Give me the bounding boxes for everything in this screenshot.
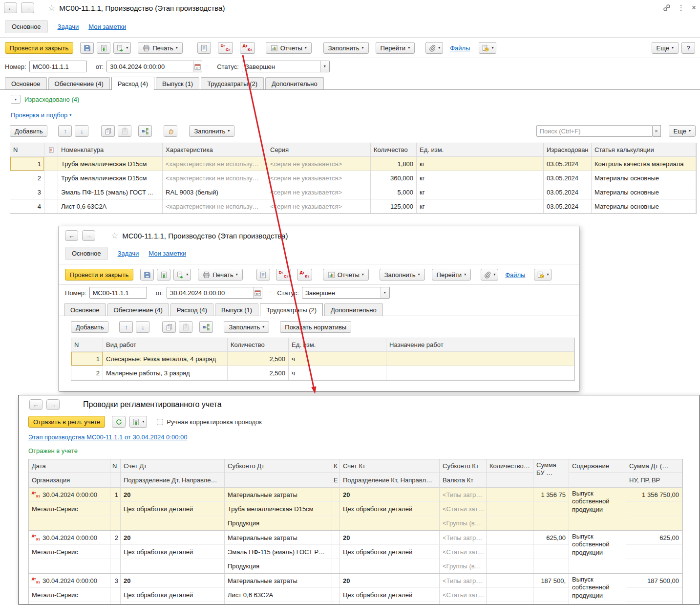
calendar-icon[interactable] bbox=[253, 287, 261, 298]
tab-provision[interactable]: Обеспечение (4) bbox=[107, 303, 169, 316]
create-based-button[interactable]: ▾ bbox=[173, 269, 191, 281]
post-and-close-button[interactable]: Провести и закрыть bbox=[65, 269, 133, 281]
dr-cr-button[interactable]: DrCr bbox=[276, 269, 291, 281]
attachments-button[interactable]: ▾ bbox=[481, 269, 498, 281]
structure-button[interactable] bbox=[199, 321, 213, 333]
add-row-button[interactable]: Добавить bbox=[10, 125, 47, 137]
calendar-icon[interactable] bbox=[193, 61, 201, 72]
collapse-section-icon[interactable]: ▾ bbox=[11, 95, 21, 104]
fill-table-button[interactable]: Заполнить▾ bbox=[189, 125, 234, 137]
nav-link-tasks[interactable]: Задачи bbox=[118, 250, 139, 257]
history-button[interactable]: ▾ bbox=[479, 42, 496, 54]
status-dropdown-icon[interactable]: ▾ bbox=[320, 61, 329, 72]
save-button[interactable] bbox=[140, 269, 154, 281]
files-link[interactable]: Файлы bbox=[450, 44, 470, 52]
show-norms-button[interactable]: Показать нормативы bbox=[280, 321, 351, 333]
nav-link-tasks[interactable]: Задачи bbox=[58, 23, 79, 30]
print-button[interactable]: Печать▾ bbox=[198, 269, 243, 281]
posting-entry[interactable]: ДтКт30.04.2024 0:00:00 Металл-Сервис 1 2… bbox=[29, 488, 682, 531]
structure-icon bbox=[203, 324, 210, 331]
post-and-close-button[interactable]: Провести и закрыть bbox=[5, 42, 73, 54]
status-dropdown-icon[interactable]: ▾ bbox=[381, 287, 389, 298]
history-button[interactable]: ▾ bbox=[534, 269, 552, 281]
structure-button[interactable] bbox=[138, 125, 152, 137]
forward-button[interactable]: → bbox=[21, 2, 34, 13]
move-up-button[interactable]: ↑ bbox=[119, 321, 133, 333]
source-document-link[interactable]: Этап производства МС00-11.1.1 от 30.04.2… bbox=[28, 433, 187, 441]
fill-table-button[interactable]: Заполнить▾ bbox=[224, 321, 269, 333]
nav-tab-main[interactable]: Основное bbox=[5, 20, 48, 33]
fill-button[interactable]: Заполнить▾ bbox=[380, 269, 425, 281]
nav-link-notes[interactable]: Мои заметки bbox=[148, 250, 186, 257]
nav-link-notes[interactable]: Мои заметки bbox=[88, 23, 126, 30]
clear-search-icon[interactable]: × bbox=[653, 125, 661, 137]
move-down-button[interactable]: ↓ bbox=[136, 321, 149, 333]
move-down-button[interactable]: ↓ bbox=[75, 125, 88, 137]
goto-button[interactable]: Перейти▾ bbox=[432, 269, 471, 281]
back-button[interactable]: ← bbox=[29, 399, 42, 410]
tab-expense[interactable]: Расход (4) bbox=[111, 77, 154, 90]
kebab-menu-icon[interactable]: ⋮ bbox=[678, 3, 685, 12]
tab-additional[interactable]: Дополнительно bbox=[324, 303, 383, 316]
reports-button[interactable]: Отчеты▾ bbox=[323, 269, 369, 281]
paste-button[interactable] bbox=[118, 125, 131, 137]
tab-output[interactable]: Выпуск (1) bbox=[215, 303, 258, 316]
tab-labor[interactable]: Трудозатраты (2) bbox=[201, 77, 264, 89]
favorite-star-icon[interactable]: ☆ bbox=[111, 231, 118, 241]
reflect-in-accounting-button[interactable]: Отразить в регл. учете bbox=[28, 416, 105, 428]
close-icon[interactable]: × bbox=[692, 3, 696, 12]
nav-tab-main[interactable]: Основное bbox=[65, 247, 108, 260]
create-based-button[interactable]: ▾ bbox=[113, 42, 131, 54]
favorite-star-icon[interactable]: ☆ bbox=[48, 3, 55, 13]
number-input[interactable]: МС00-11.1.1 bbox=[89, 287, 147, 299]
document-text-button[interactable] bbox=[197, 42, 211, 54]
document-text-button[interactable] bbox=[256, 269, 270, 281]
dt-kt-button[interactable]: ДтКт bbox=[297, 269, 312, 281]
tab-main[interactable]: Основное bbox=[5, 77, 47, 89]
number-input[interactable]: МС00-11.1.1 bbox=[29, 61, 87, 72]
drag-hand-button[interactable] bbox=[164, 125, 177, 137]
post-doc-button[interactable]: ▾ bbox=[129, 416, 147, 428]
tab-expense[interactable]: Расход (4) bbox=[170, 303, 213, 316]
back-button[interactable]: ← bbox=[65, 230, 78, 241]
paste-button[interactable] bbox=[179, 321, 192, 333]
post-button[interactable] bbox=[157, 269, 170, 281]
files-link[interactable]: Файлы bbox=[505, 271, 525, 279]
date-input[interactable]: 30.04.2024 0:00:00 bbox=[167, 287, 262, 299]
dt-kt-button[interactable]: ДтКт bbox=[240, 42, 255, 54]
date-input[interactable]: 30.04.2024 0:00:00 bbox=[106, 61, 202, 72]
tab-output[interactable]: Выпуск (1) bbox=[156, 77, 199, 89]
search-input[interactable] bbox=[536, 125, 653, 137]
help-button[interactable]: ? bbox=[681, 42, 695, 54]
check-and-selection-link[interactable]: Проверка и подбор bbox=[11, 111, 67, 119]
status-select[interactable]: Завершен▾ bbox=[302, 287, 390, 299]
back-button[interactable]: ← bbox=[4, 2, 17, 13]
status-select[interactable]: Завершен▾ bbox=[242, 61, 330, 72]
more-button[interactable]: Еще▾ bbox=[652, 42, 679, 54]
print-button[interactable]: Печать▾ bbox=[138, 42, 183, 54]
dr-cr-button[interactable]: DrCr bbox=[218, 42, 233, 54]
save-button[interactable] bbox=[80, 42, 94, 54]
copy-button[interactable] bbox=[162, 321, 176, 333]
tab-additional[interactable]: Дополнительно bbox=[265, 77, 324, 89]
refresh-button[interactable] bbox=[112, 416, 126, 428]
goto-button[interactable]: Перейти▾ bbox=[376, 42, 415, 54]
copy-link-icon[interactable] bbox=[663, 4, 671, 12]
manual-adjustment-checkbox[interactable] bbox=[157, 419, 163, 425]
attachments-button[interactable]: ▾ bbox=[425, 42, 443, 54]
forward-button[interactable]: → bbox=[82, 230, 95, 241]
move-up-button[interactable]: ↑ bbox=[58, 125, 72, 137]
posting-entry[interactable]: ДтКт30.04.2024 0:00:00 Металл-Сервис 3 2… bbox=[29, 574, 682, 605]
tab-main[interactable]: Основное bbox=[64, 303, 106, 316]
forward-button[interactable]: → bbox=[46, 399, 60, 410]
add-row-button[interactable]: Добавить bbox=[71, 321, 108, 333]
tab-provision[interactable]: Обеспечение (4) bbox=[48, 77, 110, 89]
table-more-button[interactable]: Еще▾ bbox=[669, 125, 696, 137]
tab-labor[interactable]: Трудозатраты (2) bbox=[260, 303, 323, 316]
fill-button[interactable]: Заполнить▾ bbox=[323, 42, 369, 54]
reports-button[interactable]: Отчеты▾ bbox=[266, 42, 312, 54]
posting-entry[interactable]: ДтКт30.04.2024 0:00:00 Металл-Сервис 2 2… bbox=[29, 531, 682, 574]
dt-kt-icon: ДтКт bbox=[32, 491, 40, 498]
post-button[interactable] bbox=[97, 42, 110, 54]
copy-button[interactable] bbox=[101, 125, 115, 137]
